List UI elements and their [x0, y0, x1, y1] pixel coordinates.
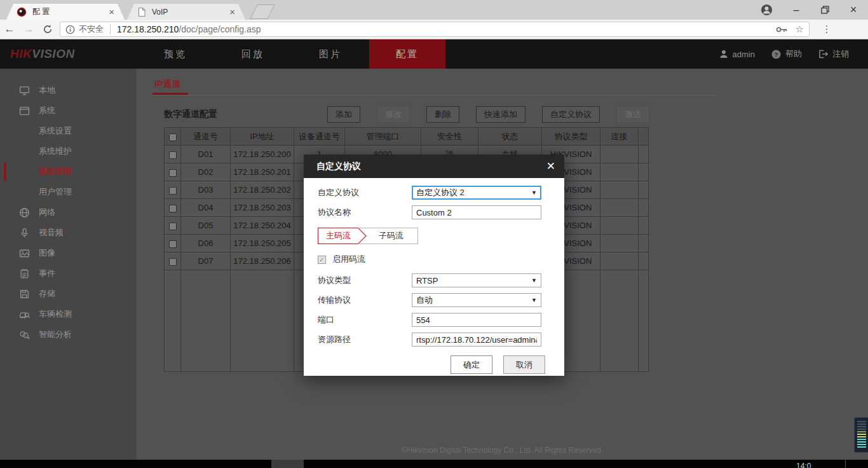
custom-protocol-button[interactable]: 自定义协议	[542, 106, 600, 123]
row-checkbox[interactable]	[169, 169, 177, 177]
resource-path-input[interactable]	[412, 333, 541, 347]
bookmark-star-icon[interactable]: ☆	[796, 24, 804, 35]
enable-stream-checkbox[interactable]: ✓	[318, 256, 326, 264]
window-minimize-button[interactable]: –	[787, 0, 806, 20]
nav-user[interactable]: admin	[719, 50, 755, 59]
row-checkbox[interactable]	[169, 258, 177, 266]
key-icon[interactable]	[776, 25, 788, 34]
sidebar-item-label: 用户管理	[39, 186, 72, 198]
dialog-header: 自定义协议 ✕	[304, 155, 564, 178]
cell-channel: D03	[181, 181, 231, 199]
column-header: IP地址	[231, 128, 294, 146]
sidebar-item-智能分析[interactable]: 智能分析	[0, 324, 137, 345]
nav-right: admin ? 帮助 注销	[719, 39, 849, 69]
sidebar-item-用户管理[interactable]: 用户管理	[0, 182, 137, 202]
empty-cell	[639, 270, 649, 372]
tray-meter-widget[interactable]	[854, 417, 868, 453]
protocol-name-label: 协议名称	[318, 207, 412, 218]
cell-link	[600, 217, 639, 235]
row-checkbox[interactable]	[169, 205, 177, 212]
dialog-close-icon[interactable]: ✕	[546, 155, 555, 178]
tab-close-icon[interactable]: ×	[229, 6, 235, 17]
port-label: 端口	[318, 314, 412, 326]
row-checkbox[interactable]	[169, 151, 177, 159]
nav-item-回放[interactable]: 回放	[214, 39, 292, 69]
tab-close-icon[interactable]: ×	[109, 6, 114, 17]
table-header-row: 通道号IP地址设备通道号管理端口安全性状态协议类型连接	[165, 128, 649, 146]
nav-item-图片[interactable]: 图片	[292, 39, 369, 69]
transfer-protocol-label: 传输协议	[318, 294, 412, 306]
cell-ip: 172.18.250.205	[231, 235, 294, 252]
nav-logout[interactable]: 注销	[818, 48, 849, 60]
new-tab-button[interactable]	[250, 4, 275, 19]
sidebar-item-label: 智能分析	[39, 329, 72, 340]
cell-ip: 172.18.250.206	[231, 252, 294, 270]
row-checkbox[interactable]	[169, 187, 177, 195]
sidebar-item-事件[interactable]: 事件	[0, 263, 137, 284]
row-checkbox[interactable]	[169, 240, 177, 248]
cell-link	[600, 235, 639, 252]
ok-button[interactable]: 确定	[451, 355, 492, 374]
url-bar[interactable]: 不安全 172.18.250.210 /doc/page/config.asp …	[60, 22, 810, 37]
quick-add-button[interactable]: 快速添加	[476, 106, 526, 123]
empty-cell	[600, 270, 639, 372]
nav-help[interactable]: ? 帮助	[771, 48, 802, 60]
sidebar-item-本地[interactable]: 本地	[0, 80, 137, 100]
select-all-checkbox[interactable]	[169, 134, 177, 141]
column-header: 设备通道号	[294, 128, 345, 146]
sidebar-item-通道管理[interactable]: 通道管理	[0, 162, 137, 182]
sidebar-item-视音频[interactable]: 视音频	[0, 223, 137, 243]
tab-main-stream[interactable]: 主码流	[318, 228, 358, 244]
nav-item-预览[interactable]: 预览	[137, 39, 214, 69]
nav-item-配置[interactable]: 配置	[369, 39, 445, 69]
row-checkbox[interactable]	[169, 223, 177, 230]
info-icon[interactable]	[65, 25, 75, 34]
sidebar-item-系统设置[interactable]: 系统设置	[0, 121, 137, 141]
browser-tab-voip[interactable]: VoIP ×	[127, 4, 245, 20]
cell-ip: 172.18.250.201	[231, 163, 294, 181]
sidebar-item-网络[interactable]: 网络	[0, 202, 137, 223]
sidebar-item-图像[interactable]: 图像	[0, 243, 137, 263]
add-button[interactable]: 添加	[327, 106, 360, 123]
cell-ip: 172.18.250.203	[231, 199, 294, 217]
url-host[interactable]: 172.18.250.210	[117, 24, 179, 34]
sidebar-item-存储[interactable]: 存储	[0, 284, 137, 304]
dropdown-arrow-icon: ▼	[531, 277, 537, 284]
hikvision-logo: HIKVISION	[10, 39, 75, 69]
monitor-icon	[19, 85, 30, 96]
url-path[interactable]: /doc/page/config.asp	[179, 24, 261, 34]
cell-channel: D07	[181, 252, 231, 270]
reload-button[interactable]	[38, 24, 57, 34]
sidebar-item-label: 本地	[39, 85, 55, 96]
sidebar-item-label: 车辆检测	[39, 308, 72, 320]
browser-tab-config[interactable]: 配 置 ×	[6, 4, 125, 20]
sidebar-item-系统维护[interactable]: 系统维护	[0, 141, 137, 162]
sidebar-item-label: 视音频	[39, 227, 64, 238]
cell-ip: 172.18.250.202	[231, 181, 294, 199]
taskbar-app-button[interactable]	[271, 460, 304, 468]
tab-sub-stream[interactable]: 子码流	[358, 228, 418, 244]
browser-profile-icon[interactable]	[757, 0, 775, 20]
cancel-button[interactable]: 取消	[503, 355, 545, 374]
cell-ip: 172.18.250.200	[231, 146, 294, 163]
modify-button[interactable]: 修改	[377, 106, 410, 123]
web-page: HIKVISION 预览回放图片配置 admin ? 帮助	[0, 39, 868, 460]
protocol-name-input[interactable]	[412, 205, 541, 219]
back-button[interactable]: ←	[0, 23, 19, 36]
sidebar-item-车辆检测[interactable]: 车辆检测	[0, 304, 137, 324]
protocol-type-label: 协议类型	[318, 275, 412, 286]
transfer-protocol-select[interactable]: 自动 ▼	[412, 293, 541, 307]
browser-menu-icon[interactable]: ⋮	[818, 24, 835, 35]
custom-protocol-select[interactable]: 自定义协议 2 ▼	[412, 186, 541, 200]
window-close-button[interactable]: ×	[844, 0, 863, 20]
sidebar-item-系统[interactable]: 系统	[0, 100, 137, 121]
port-input[interactable]	[412, 313, 541, 327]
activate-button[interactable]: 激活	[616, 106, 649, 123]
tab-ip-channel[interactable]: IP通道	[154, 79, 180, 90]
delete-button[interactable]: 删除	[426, 106, 459, 123]
forward-button[interactable]: →	[19, 23, 38, 36]
window-restore-button[interactable]	[815, 0, 834, 20]
protocol-type-select[interactable]: RTSP ▼	[412, 273, 541, 287]
security-label[interactable]: 不安全	[79, 24, 104, 35]
os-taskbar[interactable]: 14:0	[0, 460, 868, 468]
